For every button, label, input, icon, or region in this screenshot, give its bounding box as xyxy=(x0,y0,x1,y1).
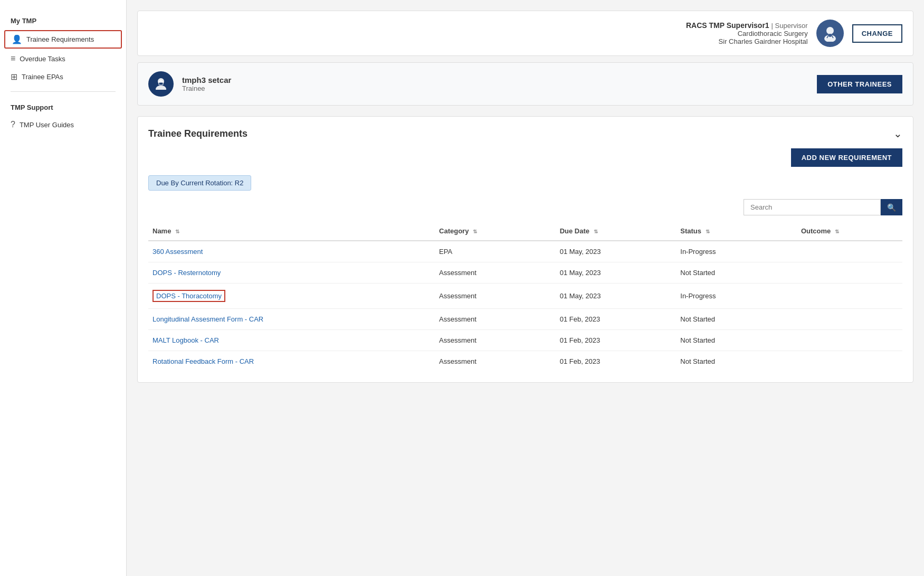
trainee-card: tmph3 setcar Trainee OTHER TRAINEES xyxy=(137,62,913,106)
requirement-link[interactable]: MALT Logbook - CAR xyxy=(153,336,219,344)
sidebar-item-label: Trainee Requirements xyxy=(26,35,94,43)
svg-point-2 xyxy=(828,34,832,37)
trainee-avatar xyxy=(148,71,174,97)
requirement-category: Assessment xyxy=(435,284,556,309)
col-header-name: Name ⇅ xyxy=(148,222,435,241)
change-button[interactable]: CHANGE xyxy=(852,24,902,43)
requirement-link[interactable]: DOPS - Resternotomy xyxy=(153,269,221,277)
requirement-outcome xyxy=(797,284,902,309)
sidebar-item-trainee-epas[interactable]: ⊞Trainee EPAs xyxy=(0,68,126,86)
requirement-category: Assessment xyxy=(435,262,556,284)
requirements-header: Trainee Requirements ⌄ xyxy=(148,127,902,140)
overdue-tasks-icon: ≡ xyxy=(11,54,15,63)
requirements-section: Trainee Requirements ⌄ ADD NEW REQUIREME… xyxy=(137,116,913,383)
requirement-status: Not Started xyxy=(676,309,797,330)
trainee-requirements-icon: 👤 xyxy=(12,34,22,44)
table-header: Name ⇅ Category ⇅ Due Date ⇅ Status ⇅ Ou… xyxy=(148,222,902,241)
requirement-outcome xyxy=(797,309,902,330)
svg-rect-6 xyxy=(159,82,163,85)
supervisor-role-label: Supervisor xyxy=(775,22,808,30)
rotation-badge: Due By Current Rotation: R2 xyxy=(148,175,251,191)
sidebar-item-label: Trainee EPAs xyxy=(22,73,63,81)
table-row: DOPS - ThoracotomyAssessment01 May, 2023… xyxy=(148,284,902,309)
requirement-status: In-Progress xyxy=(676,241,797,262)
requirements-table: Name ⇅ Category ⇅ Due Date ⇅ Status ⇅ Ou… xyxy=(148,222,902,372)
requirement-due-date: 01 Feb, 2023 xyxy=(556,351,677,372)
requirement-due-date: 01 May, 2023 xyxy=(556,241,677,262)
requirement-status: In-Progress xyxy=(676,284,797,309)
table-row: Longitudinal Assesment Form - CARAssessm… xyxy=(148,309,902,330)
main-content: RACS TMP Supervisor1 | Supervisor Cardio… xyxy=(127,0,924,576)
requirement-outcome xyxy=(797,241,902,262)
requirements-tbody: 360 AssessmentEPA01 May, 2023In-Progress… xyxy=(148,241,902,372)
col-header-outcome: Outcome ⇅ xyxy=(797,222,902,241)
supervisor-info: RACS TMP Supervisor1 | Supervisor Cardio… xyxy=(148,21,808,45)
other-trainees-button[interactable]: OTHER TRAINEES xyxy=(817,75,902,93)
requirement-outcome xyxy=(797,351,902,372)
search-button[interactable]: 🔍 xyxy=(881,199,902,215)
sidebar-divider xyxy=(11,91,116,92)
app-title: My TMP xyxy=(0,11,126,29)
sort-icon-name[interactable]: ⇅ xyxy=(175,229,179,234)
requirement-category: Assessment xyxy=(435,309,556,330)
supervisor-hospital: Sir Charles Gairdner Hospital xyxy=(148,37,808,45)
requirement-category: Assessment xyxy=(435,330,556,351)
table-row: MALT Logbook - CARAssessment01 Feb, 2023… xyxy=(148,330,902,351)
chevron-down-icon[interactable]: ⌄ xyxy=(893,127,902,140)
sidebar-item-tmp-user-guides[interactable]: ?TMP User Guides xyxy=(0,116,126,134)
sidebar-nav: 👤Trainee Requirements≡Overdue Tasks⊞Trai… xyxy=(0,30,126,86)
app-layout: My TMP 👤Trainee Requirements≡Overdue Tas… xyxy=(0,0,924,576)
col-header-category: Category ⇅ xyxy=(435,222,556,241)
add-requirement-button[interactable]: ADD NEW REQUIREMENT xyxy=(791,148,902,167)
svg-point-0 xyxy=(826,27,834,34)
sidebar-item-trainee-requirements[interactable]: 👤Trainee Requirements xyxy=(4,30,122,49)
supervisor-name: RACS TMP Supervisor1 | Supervisor xyxy=(686,21,808,30)
requirement-status: Not Started xyxy=(676,351,797,372)
requirement-outcome xyxy=(797,262,902,284)
sidebar: My TMP 👤Trainee Requirements≡Overdue Tas… xyxy=(0,0,127,576)
supervisor-card: RACS TMP Supervisor1 | Supervisor Cardio… xyxy=(137,11,913,56)
requirement-status: Not Started xyxy=(676,262,797,284)
requirement-link[interactable]: Longitudinal Assesment Form - CAR xyxy=(153,315,263,323)
col-header-status: Status ⇅ xyxy=(676,222,797,241)
requirement-due-date: 01 Feb, 2023 xyxy=(556,330,677,351)
search-container: 🔍 xyxy=(148,199,902,215)
requirement-due-date: 01 May, 2023 xyxy=(556,262,677,284)
requirement-link[interactable]: DOPS - Thoracotomy xyxy=(153,290,225,302)
search-input[interactable] xyxy=(744,199,881,215)
sidebar-item-label: Overdue Tasks xyxy=(20,55,65,63)
requirement-link[interactable]: 360 Assessment xyxy=(153,248,203,256)
col-header-duedate: Due Date ⇅ xyxy=(556,222,677,241)
trainee-epas-icon: ⊞ xyxy=(11,72,17,82)
sidebar-support: ?TMP User Guides xyxy=(0,116,126,134)
requirement-category: EPA xyxy=(435,241,556,262)
supervisor-specialty: Cardiothoracic Surgery xyxy=(148,30,808,37)
table-row: 360 AssessmentEPA01 May, 2023In-Progress xyxy=(148,241,902,262)
table-row: Rotational Feedback Form - CARAssessment… xyxy=(148,351,902,372)
requirement-link[interactable]: Rotational Feedback Form - CAR xyxy=(153,357,254,365)
requirements-title: Trainee Requirements xyxy=(148,128,247,139)
sort-icon-duedate[interactable]: ⇅ xyxy=(594,229,598,234)
requirement-due-date: 01 May, 2023 xyxy=(556,284,677,309)
sort-icon-category[interactable]: ⇅ xyxy=(473,229,477,234)
supervisor-avatar xyxy=(816,20,844,47)
requirement-status: Not Started xyxy=(676,330,797,351)
trainee-role: Trainee xyxy=(182,84,808,92)
table-row: DOPS - ResternotomyAssessment01 May, 202… xyxy=(148,262,902,284)
trainee-name: tmph3 setcar xyxy=(182,75,808,84)
requirement-category: Assessment xyxy=(435,351,556,372)
sidebar-item-overdue-tasks[interactable]: ≡Overdue Tasks xyxy=(0,50,126,68)
tmp-user-guides-icon: ? xyxy=(11,120,15,129)
sidebar-item-label: TMP User Guides xyxy=(20,121,74,129)
sort-icon-status[interactable]: ⇅ xyxy=(706,229,710,234)
trainee-info: tmph3 setcar Trainee xyxy=(182,75,808,92)
requirement-outcome xyxy=(797,330,902,351)
requirement-due-date: 01 Feb, 2023 xyxy=(556,309,677,330)
support-section-title: TMP Support xyxy=(0,97,126,116)
sort-icon-outcome[interactable]: ⇅ xyxy=(835,229,839,234)
